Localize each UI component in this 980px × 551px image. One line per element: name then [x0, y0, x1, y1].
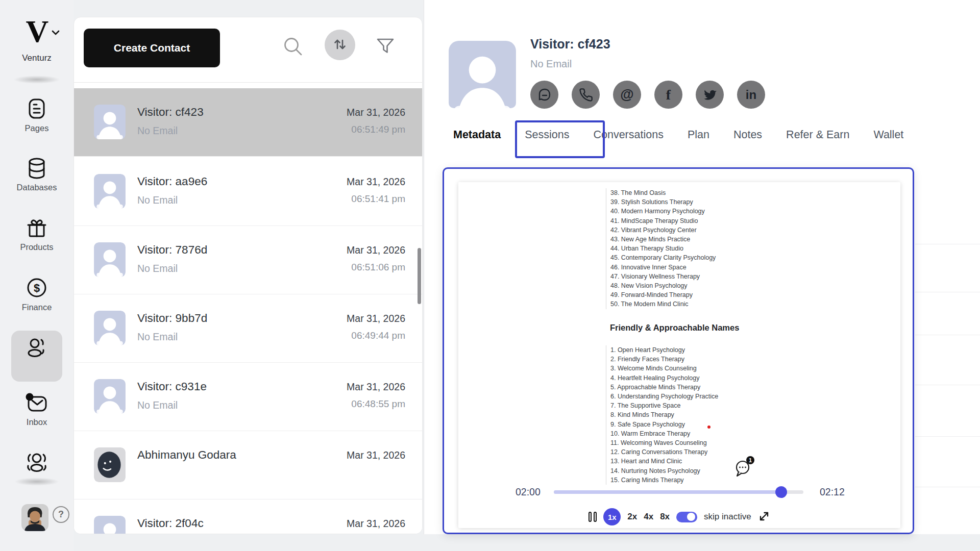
toggle-knob: [687, 513, 695, 521]
sidebar-item-products[interactable]: Products: [0, 217, 74, 252]
table-row-separator: [915, 292, 980, 292]
search-icon[interactable]: [282, 36, 304, 59]
speed-2x-button[interactable]: 2x: [627, 512, 637, 522]
brand-logo[interactable]: V: [0, 15, 74, 47]
replay-controls: 1x2x4x8x skip inactive: [458, 507, 900, 527]
venturz-logo-icon: V: [26, 14, 48, 48]
replay-list-item: 8. Kind Minds Therapy: [610, 410, 718, 419]
sidebar-item-finance[interactable]: $Finance: [0, 276, 74, 312]
contact-row[interactable]: Visitor: 7876dNo EmailMar 31, 202606:51:…: [74, 226, 422, 294]
contact-row[interactable]: Visitor: cf423No EmailMar 31, 202606:51:…: [74, 88, 422, 157]
tabs-row: MetadataSessionsConversationsPlanNotesRe…: [453, 129, 903, 141]
chat-badge-count: 1: [749, 457, 752, 463]
replay-list-item: 12. Caring Conversations Therapy: [610, 447, 718, 457]
replay-list-top: 38. The Mind Oasis39. Stylish Solutions …: [606, 188, 716, 309]
timeline-slider[interactable]: [554, 490, 803, 494]
replay-list-bottom: 1. Open Heart Psychology2. Friendly Face…: [606, 345, 718, 485]
replay-list-item: 49. Forward-Minded Therapy: [610, 290, 716, 299]
finance-icon: $: [25, 276, 48, 302]
tab-notes[interactable]: Notes: [733, 129, 762, 141]
facebook-social-button[interactable]: f: [654, 81, 682, 109]
replay-list-item: 5. Approachable Minds Therapy: [610, 383, 718, 392]
replay-list-item: 41. MindScape Therapy Studio: [610, 216, 716, 226]
avatar: [94, 105, 126, 139]
phone-social-button[interactable]: [572, 81, 600, 109]
speed-4x-button[interactable]: 4x: [644, 512, 653, 522]
contact-title: Visitor: cf423: [530, 37, 610, 52]
fullscreen-icon[interactable]: [758, 510, 770, 524]
databases-icon: [25, 157, 48, 182]
contact-date: Mar 31, 2026: [347, 381, 405, 393]
sidebar-item-label: Finance: [0, 303, 74, 312]
tab-metadata[interactable]: Metadata: [453, 129, 501, 141]
create-contact-button[interactable]: Create Contact: [84, 29, 220, 67]
replay-list-item: 43. New Age Minds Practice: [610, 235, 716, 244]
replay-list-item: 6. Understanding Psychology Practice: [610, 392, 718, 401]
contact-email: No Email: [137, 125, 178, 137]
contact-date: Mar 31, 2026: [347, 518, 405, 530]
replay-list-item: 45. Contemporary Clarity Psychology: [610, 253, 716, 262]
contact-row[interactable]: Visitor: c931eNo EmailMar 31, 202606:48:…: [74, 363, 422, 431]
sidebar-item-label: Databases: [0, 183, 74, 192]
user-avatar[interactable]: [21, 504, 48, 531]
table-row-separator: [915, 436, 980, 437]
contact-name: Visitor: cf423: [137, 106, 204, 119]
twitter-social-button[interactable]: [696, 81, 724, 109]
contact-name: Visitor: aa9e6: [137, 175, 207, 188]
sort-arrows-icon: [332, 37, 348, 54]
community-button[interactable]: [0, 451, 74, 477]
contact-row[interactable]: Visitor: 9bb7dNo EmailMar 31, 202606:49:…: [74, 294, 422, 363]
timeline-thumb[interactable]: [775, 486, 787, 498]
replay-list-item: 50. The Modern Mind Clinic: [610, 299, 716, 309]
replay-list-item: 7. The Supportive Space: [610, 401, 718, 410]
contact-date: Mar 31, 2026: [347, 107, 405, 118]
contact-row[interactable]: Visitor: 2f04cMar 31, 202606:48:12 pm: [74, 499, 422, 534]
sidebar-item-pages[interactable]: Pages: [0, 97, 74, 133]
avatar: [94, 379, 126, 414]
sidebar-item-databases[interactable]: Databases: [0, 157, 74, 192]
list-scrollbar[interactable]: [418, 248, 421, 304]
replay-list-item: 2. Friendly Faces Therapy: [610, 355, 718, 364]
at-icon: @: [620, 87, 633, 103]
avatar: [94, 174, 126, 209]
smiley-avatar: [94, 447, 126, 482]
replay-list-item: 42. Vibrant Psychology Center: [610, 226, 716, 235]
contact-row[interactable]: Visitor: aa9e6No EmailMar 31, 202606:51:…: [74, 158, 422, 226]
tab-sessions[interactable]: Sessions: [525, 129, 569, 141]
contacts-icon: [25, 337, 48, 361]
speed-8x-button[interactable]: 8x: [660, 512, 670, 522]
skip-inactive-toggle[interactable]: [676, 512, 697, 522]
sidebar-item-label: Inbox: [0, 417, 74, 427]
replay-list-item: 4. Heartfelt Healing Psychology: [610, 373, 718, 383]
tab-wallet[interactable]: Wallet: [873, 129, 903, 141]
chat-feedback-widget[interactable]: 1: [734, 456, 756, 478]
pause-button[interactable]: [589, 512, 597, 522]
tab-conversations[interactable]: Conversations: [593, 129, 663, 141]
help-button[interactable]: ?: [53, 506, 69, 523]
facebook-icon: f: [666, 87, 671, 103]
contact-date: Mar 31, 2026: [347, 176, 405, 188]
replay-list-item: 39. Stylish Solutions Therapy: [610, 197, 716, 207]
filter-icon[interactable]: [375, 37, 396, 58]
sidebar-item-inbox[interactable]: Inbox: [0, 392, 74, 427]
contact-list-panel: Create Contact Visit: [74, 17, 423, 534]
at-social-button[interactable]: @: [613, 81, 641, 109]
replay-list-item: 1. Open Heart Psychology: [610, 345, 718, 355]
replay-list-item: 10. Warm Embrace Therapy: [610, 429, 718, 438]
contact-avatar: [449, 41, 516, 108]
replay-list-item: 11. Welcoming Waves Counseling: [610, 438, 718, 447]
tab-plan[interactable]: Plan: [688, 129, 709, 141]
pause-icon: [589, 512, 592, 522]
contact-row[interactable]: Abhimanyu GodaraMar 31, 2026: [74, 431, 422, 499]
community-shadow: [14, 478, 59, 486]
replay-list-item: 9. Safe Space Psychology: [610, 420, 718, 429]
replay-list-item: 14. Nurturing Notes Psychology: [610, 466, 718, 475]
sidebar-item-contacts[interactable]: Contacts: [0, 331, 74, 382]
tab-refer-earn[interactable]: Refer & Earn: [786, 129, 849, 141]
sort-button[interactable]: [325, 30, 355, 60]
contact-list-header: Create Contact: [74, 17, 422, 82]
linkedin-social-button[interactable]: in: [737, 81, 765, 109]
speed-1x-button[interactable]: 1x: [603, 508, 621, 525]
message-social-button[interactable]: [530, 81, 558, 109]
app-root: V Venturz PagesDatabasesProducts$Finance…: [0, 0, 980, 551]
